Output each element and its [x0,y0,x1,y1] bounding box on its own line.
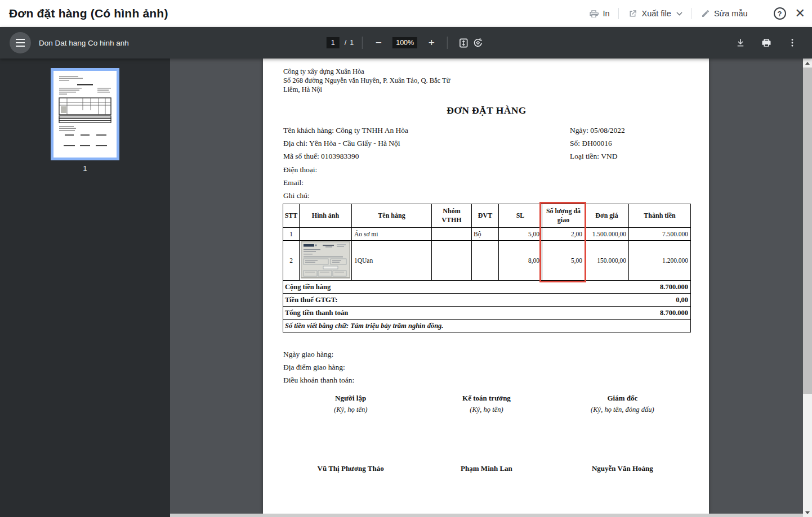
amount-in-words-row: Số tiền viết bằng chữ: Tám triệu bảy tră… [283,320,691,332]
signature-note: (Ký, họ tên) [283,406,418,414]
pdf-toolbar: Don Dat hang Co hinh anh / 1 − 100% + [0,27,812,59]
content-area: 1 Công ty xây dựng Xuân Hòa Số 268 đường… [0,59,812,517]
export-file-label: Xuất file [641,9,671,18]
cell-unit: Bộ [472,228,499,241]
delivery-info: Ngày giao hàng: Địa điểm giao hàng: Điều… [283,348,354,387]
cell-group [432,241,472,281]
signature-name: Vũ Thị Phương Thảo [283,464,418,473]
page-title: Đơn đặt hàng (Có hình ảnh) [9,7,168,20]
zoom-level[interactable]: 100% [392,37,417,48]
signature-name: Phạm Minh Lan [418,464,554,473]
table-row: 1 Áo sơ mi Bộ 5,00 2,00 1.500.000,00 7.5… [283,228,691,241]
export-file-button[interactable]: Xuất file [624,7,685,21]
menu-button[interactable] [10,32,31,53]
cell-amount: 7.500.000 [629,228,691,241]
col-header-group: Nhóm VTHH [432,204,472,228]
company-line: Số 268 đường Nguyễn văn Huyên, P. Xuân T… [283,76,450,85]
table-header-row: STT Hình ảnh Tên hàng Nhóm VTHH ĐVT SL S… [283,204,691,228]
page-1-thumbnail-preview [53,71,117,158]
arrow-up-icon [805,62,810,65]
cell-qty: 8,00 [499,241,542,281]
customer-info: Tên khách hàng: Công ty TNHH An Hòa Địa … [283,124,408,202]
signature-note: (Ký, họ tên) [418,406,554,414]
zoom-in-button[interactable]: + [424,35,439,50]
cell-delivered-qty: 2,00 [542,228,585,241]
cell-delivered-qty: 5,00 [542,241,585,281]
document-page: Công ty xây dựng Xuân Hòa Số 268 đường N… [263,59,709,514]
close-button[interactable]: ✕ [795,7,805,20]
signature-note: (Ký, họ tên, đóng dấu) [555,406,690,414]
order-meta-line: Ngày: 05/08/2022 [570,124,625,137]
scrollbar-thumb[interactable] [803,68,812,394]
scroll-down-button[interactable] [803,508,812,517]
signature-role: Kế toán trưởng [418,394,554,403]
items-table-wrapper: STT Hình ảnh Tên hàng Nhóm VTHH ĐVT SL S… [283,204,690,332]
pdf-toolbar-right [733,27,800,59]
customer-line: Mã số thuế: 0103983390 [283,150,408,163]
plus-icon: + [429,37,435,49]
cell-stt: 1 [283,228,300,241]
cell-image [300,241,352,281]
signature-column: Người lập (Ký, họ tên) [283,394,418,414]
summary-value: 0,00 [676,296,688,304]
cell-qty: 5,00 [499,228,542,241]
customer-line: Điện thoại: [283,163,408,176]
menu-icon [16,39,25,40]
cell-stt: 2 [283,241,300,281]
amount-in-words: Số tiền viết bằng chữ: Tám triệu bảy tră… [283,320,691,332]
print-document-button[interactable] [759,35,774,50]
summary-row: Tổng tiền thanh toán 8.700.000 [283,307,691,320]
signature-name: Nguyễn Văn Hoàng [555,464,690,473]
header-actions: In Xuất file Sửa mẫu ? ✕ [586,7,805,21]
scrollbar-horizontal[interactable] [170,514,803,517]
scrollbar-vertical[interactable] [803,59,812,517]
zoom-out-button[interactable]: − [371,35,386,50]
company-line: Công ty xây dựng Xuân Hòa [283,67,450,76]
summary-row: Cộng tiền hàng 8.700.000 [283,281,691,294]
pdf-viewer: Công ty xây dựng Xuân Hòa Số 268 đường N… [170,59,803,517]
printer-icon [761,38,771,48]
page-number-input[interactable] [327,37,340,48]
document-name: Don Dat hang Co hinh anh [39,39,129,47]
items-table: STT Hình ảnh Tên hàng Nhóm VTHH ĐVT SL S… [283,204,691,332]
customer-line: Địa chỉ: Yên Hòa - Cầu Giấy - Hà Nội [283,137,408,150]
signature-column: Giám đốc (Ký, họ tên, đóng dấu) [555,394,690,414]
printer-icon [589,9,599,19]
more-options-button[interactable] [785,35,800,50]
chevron-down-icon [676,12,682,16]
app-window: Đơn đặt hàng (Có hình ảnh) In Xuất file … [0,0,812,517]
product-photo [301,241,350,278]
summary-value: 8.700.000 [660,283,688,291]
page-divider: / [345,39,346,47]
customer-line: Email: [283,176,408,189]
help-button[interactable]: ? [774,7,786,20]
cell-unit [472,241,499,281]
fit-to-page-button[interactable] [456,35,471,50]
cell-item-name: Áo sơ mi [352,228,432,241]
delivery-line: Ngày giao hàng: [283,348,354,361]
scroll-up-button[interactable] [803,59,812,68]
signature-role: Người lập [283,394,418,403]
signature-role: Giám đốc [555,394,690,403]
company-info: Công ty xây dựng Xuân Hòa Số 268 đường N… [283,67,450,94]
close-icon: ✕ [795,6,805,20]
download-button[interactable] [733,35,748,50]
page-total: 1 [350,39,354,47]
edit-template-label: Sửa mẫu [714,9,748,18]
print-button[interactable]: In [586,7,613,21]
cell-unit-price: 150.000,00 [585,241,629,281]
col-header-qty: SL [499,204,542,228]
table-row: 2 [283,241,691,281]
window-header: Đơn đặt hàng (Có hình ảnh) In Xuất file … [0,0,812,27]
edit-template-button[interactable]: Sửa mẫu [698,7,751,20]
divider [691,8,692,19]
rotate-button[interactable] [471,35,485,50]
summary-value: 8.700.000 [660,309,688,317]
page-1-thumbnail[interactable] [51,68,119,160]
document-title: ĐƠN ĐẶT HÀNG [283,105,690,116]
thumbnail-page-number: 1 [51,164,119,173]
customer-line: Ghi chú: [283,189,408,202]
cell-group [432,228,472,241]
summary-label: Tổng tiền thanh toán [285,309,348,317]
company-line: Liêm, Hà Nội [283,85,450,94]
